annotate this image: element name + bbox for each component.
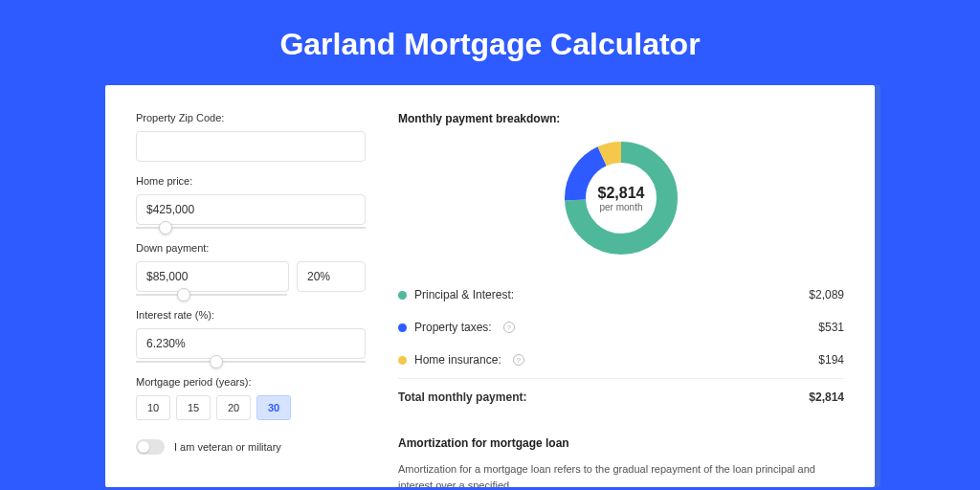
breakdown-value: $2,089 <box>809 288 844 301</box>
period-btn-15[interactable]: 15 <box>176 395 211 420</box>
zip-input[interactable] <box>136 131 366 162</box>
breakdown-row: Property taxes:?$531 <box>398 311 844 344</box>
veteran-label: I am veteran or military <box>174 441 281 453</box>
interest-rate-slider[interactable] <box>136 361 366 363</box>
home-price-label: Home price: <box>136 175 366 187</box>
period-btn-30[interactable]: 30 <box>256 395 291 420</box>
down-payment-field: Down payment: <box>136 242 366 296</box>
veteran-toggle-knob <box>138 441 149 453</box>
total-row: Total monthly payment: $2,814 <box>398 378 844 413</box>
down-payment-percent-input[interactable] <box>297 261 366 292</box>
donut-sub: per month <box>599 202 642 212</box>
breakdown-label: Property taxes: <box>414 321 492 334</box>
amortization-body: Amortization for a mortgage loan refers … <box>398 461 844 487</box>
breakdown-value: $194 <box>818 353 844 367</box>
home-price-input[interactable] <box>136 194 366 225</box>
veteran-row: I am veteran or military <box>136 439 366 455</box>
period-label: Mortgage period (years): <box>136 376 366 388</box>
breakdown-value: $531 <box>818 321 844 334</box>
breakdown-label: Principal & Interest: <box>414 288 514 301</box>
breakdown-row: Home insurance:?$194 <box>398 344 844 376</box>
breakdown-list: Principal & Interest:$2,089Property taxe… <box>398 278 844 376</box>
home-price-slider-thumb[interactable] <box>159 221 172 234</box>
help-icon[interactable]: ? <box>503 322 515 333</box>
home-price-field: Home price: <box>136 175 366 229</box>
form-panel: Property Zip Code: Home price: Down paym… <box>136 112 366 487</box>
down-payment-label: Down payment: <box>136 242 366 254</box>
payment-donut-chart: $2,814 per month <box>564 141 679 256</box>
home-price-slider[interactable] <box>136 227 366 229</box>
total-label: Total monthly payment: <box>398 390 526 404</box>
legend-dot <box>398 291 407 300</box>
period-btn-10[interactable]: 10 <box>136 395 170 420</box>
total-value: $2,814 <box>809 390 844 404</box>
legend-dot <box>398 323 407 332</box>
period-btn-20[interactable]: 20 <box>216 395 251 420</box>
zip-field: Property Zip Code: <box>136 112 366 162</box>
help-icon[interactable]: ? <box>513 354 524 366</box>
interest-rate-field: Interest rate (%): <box>136 309 366 363</box>
breakdown-label: Home insurance: <box>414 353 501 367</box>
down-payment-amount-input[interactable] <box>136 261 289 292</box>
period-field: Mortgage period (years): 10152030 <box>136 376 366 420</box>
results-panel: Monthly payment breakdown: $2,814 per mo… <box>398 112 844 487</box>
down-payment-slider-thumb[interactable] <box>177 288 190 301</box>
legend-dot <box>398 356 407 365</box>
veteran-toggle[interactable] <box>136 439 165 455</box>
calculator-card: Property Zip Code: Home price: Down paym… <box>105 85 875 487</box>
down-payment-slider[interactable] <box>136 294 287 296</box>
interest-rate-slider-thumb[interactable] <box>210 355 223 368</box>
zip-label: Property Zip Code: <box>136 112 366 123</box>
amortization-title: Amortization for mortgage loan <box>398 436 844 450</box>
interest-rate-input[interactable] <box>136 328 366 359</box>
page-title: Garland Mortgage Calculator <box>0 0 980 85</box>
breakdown-title: Monthly payment breakdown: <box>398 112 844 125</box>
period-options: 10152030 <box>136 395 366 420</box>
interest-rate-label: Interest rate (%): <box>136 309 366 321</box>
donut-amount: $2,814 <box>598 185 645 202</box>
breakdown-row: Principal & Interest:$2,089 <box>398 278 844 311</box>
